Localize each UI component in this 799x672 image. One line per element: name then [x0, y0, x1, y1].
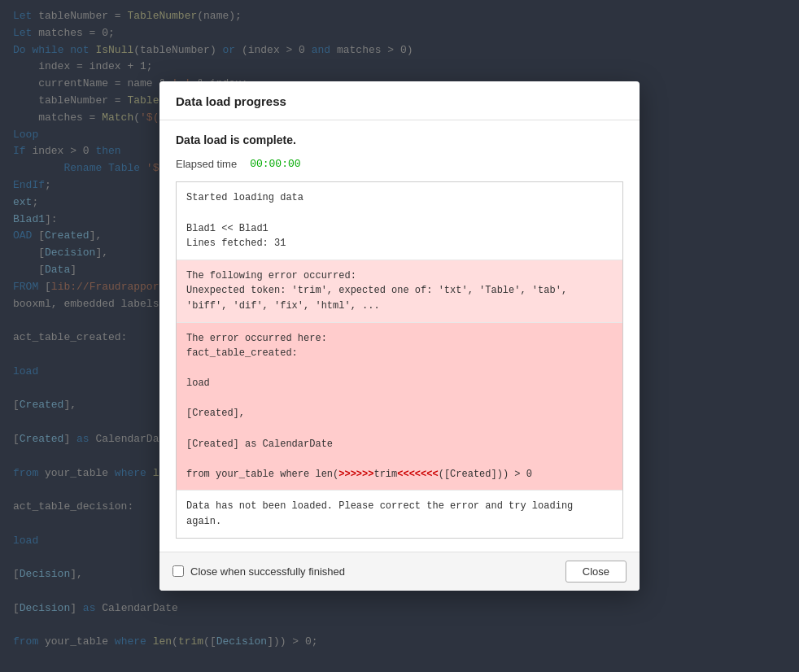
modal-header: Data load progress [159, 81, 640, 120]
log-line: fact_table_created: [186, 346, 613, 361]
log-line: The error occurred here: [186, 331, 613, 347]
modal-body: Data load is complete. Elapsed time 00:0… [159, 120, 640, 551]
log-line: from your_table where len(>>>>>>trim<<<<… [186, 467, 613, 482]
log-line: load [186, 376, 613, 391]
log-line: Data has not been loaded. Please correct… [186, 499, 613, 514]
log-line: again. [186, 514, 613, 530]
log-line: Blad1 << Blad1 [186, 221, 613, 237]
close-when-finished-text: Close when successfully finished [190, 565, 345, 578]
log-line: Unexpected token: 'trim', expected one o… [186, 283, 613, 299]
log-line: Lines fetched: 31 [186, 236, 613, 251]
modal-overlay: Data load progress Data load is complete… [0, 0, 799, 672]
status-text: Data load is complete. [176, 133, 623, 146]
log-line: [Created], [186, 406, 613, 421]
log-section-normal: Started loading data Blad1 << Blad1 Line… [177, 182, 622, 260]
log-line [186, 391, 613, 407]
log-line [186, 361, 613, 377]
elapsed-row: Elapsed time 00:00:00 [176, 158, 623, 170]
log-line [186, 452, 613, 467]
modal-footer: Close when successfully finished Close [159, 552, 640, 591]
log-line: The following error occurred: [186, 268, 613, 284]
close-button[interactable]: Close [565, 561, 627, 583]
log-line [186, 206, 613, 221]
log-line [186, 421, 613, 437]
log-section-error-location: The error occurred here: fact_table_crea… [177, 323, 622, 491]
elapsed-label: Elapsed time [176, 158, 237, 170]
modal-title: Data load progress [176, 94, 623, 108]
log-section-error: The following error occurred: Unexpected… [177, 260, 622, 323]
log-line: [Created] as CalendarDate [186, 437, 613, 452]
log-section-conclusion: Data has not been loaded. Please correct… [177, 491, 622, 537]
elapsed-value: 00:00:00 [250, 158, 300, 170]
data-load-progress-dialog: Data load progress Data load is complete… [159, 81, 640, 590]
log-area[interactable]: Started loading data Blad1 << Blad1 Line… [176, 181, 623, 538]
close-when-finished-checkbox[interactable] [172, 565, 184, 577]
log-line: Started loading data [186, 190, 613, 206]
close-when-finished-label[interactable]: Close when successfully finished [172, 565, 345, 578]
log-line: 'biff', 'dif', 'fix', 'html', ... [186, 299, 613, 314]
